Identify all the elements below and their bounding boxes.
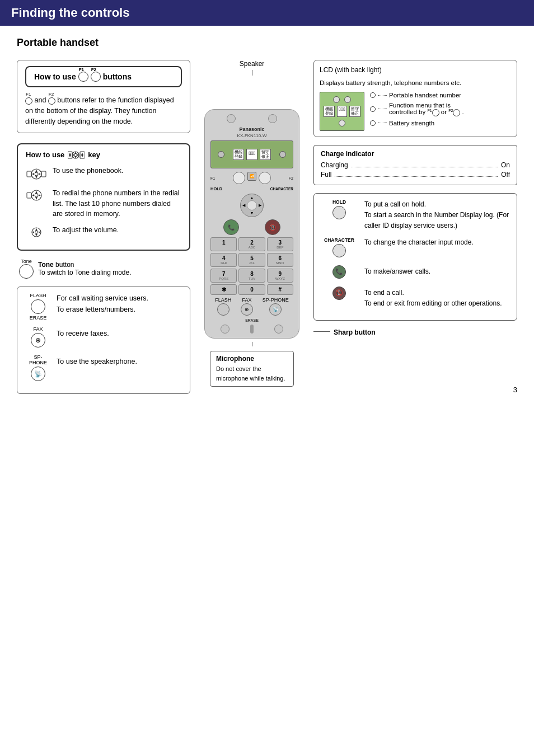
nav-key-title-icon (68, 149, 85, 161)
phone-hold-char-row: HOLD CHARACTER (210, 186, 293, 191)
answer-call-button[interactable]: 📞 (223, 219, 239, 235)
charge-indicator-box: Charge indicator Charging On Full Off (313, 145, 517, 185)
section-title: Portable handset (17, 37, 517, 49)
spphone-button-icon: 📡 (31, 367, 45, 381)
svg-marker-10 (81, 153, 83, 155)
hold-function-item: HOLD To put a call on hold. To start a s… (320, 199, 511, 232)
lcd-indicators: Portable handset number Function menu th… (370, 92, 511, 129)
left-column: How to use F1 F2 buttons F1 (17, 60, 190, 394)
erase-label: ERASE (210, 318, 293, 322)
lcd-ind-battery: Battery strength (370, 120, 511, 126)
speaker-dot-right (268, 114, 277, 123)
character-function-item: CHARACTER To change the character input … (320, 237, 511, 259)
fax-button-icon: ⊕ (31, 333, 45, 348)
svg-marker-15 (32, 173, 34, 175)
nav-center-dot (247, 200, 257, 210)
how-to-use-f-buttons-box: How to use F1 F2 buttons F1 (17, 60, 190, 133)
num-0-button[interactable]: 0 (238, 284, 265, 295)
wifi-icon: 📶 (247, 172, 256, 181)
key-item-phonebook: To use the phonebook. (26, 167, 181, 181)
flash-button-icon (31, 299, 45, 314)
svg-marker-31 (39, 231, 40, 233)
num-9-button[interactable]: 9WXYZ (267, 269, 293, 283)
phone-brand: Panasonic (210, 126, 293, 132)
lcd-ind-function-menu: Function menu that iscontrolled by F1 or… (370, 102, 511, 116)
phone-sp-btn[interactable]: 📡 (269, 303, 282, 316)
phone-top-speakers (210, 114, 293, 123)
svg-rect-19 (41, 171, 46, 177)
num-5-button[interactable]: 5JKL (238, 253, 265, 267)
lcd-soft-f2 (344, 96, 351, 103)
how-to-use-key-box: How to use (17, 143, 190, 251)
how-to-use-f-title: How to use F1 F2 buttons (25, 66, 182, 87)
mic-title: Microphone (216, 355, 288, 363)
f1-small-icon (25, 97, 32, 105)
lcd-title: LCD (with back light) (320, 66, 511, 74)
svg-marker-28 (35, 228, 38, 231)
phone-f2-btn[interactable] (259, 172, 271, 184)
svg-marker-25 (39, 194, 41, 196)
phone-nav-button[interactable]: ▲ ▼ ◀ ▶ (240, 194, 264, 217)
lcd-screen-preview: 機能登録 ▯▯▯ 留守修正 (320, 92, 364, 131)
phone-f-row: F1 📶 F2 (210, 172, 293, 184)
num-hash-button[interactable]: # (267, 284, 293, 295)
fax-item: FAX ⊕ To receive faxes. (25, 326, 182, 349)
svg-marker-30 (32, 231, 34, 233)
right-function-box: HOLD To put a call on hold. To start a s… (313, 193, 517, 321)
mic-description: Do not cover the microphone while talkin… (216, 364, 288, 383)
num-8-button[interactable]: 8TUV (238, 269, 265, 283)
charging-row: Charging On (321, 161, 510, 169)
svg-point-32 (35, 231, 38, 234)
end-call-button-icon: 📵 (332, 287, 346, 300)
num-3-button[interactable]: 3DEF (267, 237, 293, 251)
phone-bottom-speakers (210, 325, 293, 334)
lcd-f2-dot (279, 151, 286, 158)
svg-marker-24 (32, 194, 34, 196)
phone-lcd-screen: 機能 登録 ▯▯▯ 留守 修正 (210, 140, 293, 168)
sharp-button-label: Sharp button (334, 328, 376, 336)
speaker-label: Speaker (240, 60, 265, 68)
volume-key-icon (26, 226, 47, 238)
lcd-bottom-btn (339, 120, 345, 126)
key-item-volume: To adjust the volume. (26, 226, 181, 238)
redial-key-icon (26, 188, 47, 203)
right-column: LCD (with back light) Displays battery s… (313, 60, 517, 394)
num-1-button[interactable]: 1 (210, 237, 237, 251)
phone-fax-btn[interactable]: ⊕ (241, 303, 253, 316)
mic-label-box: Microphone Do not cover the microphone w… (210, 351, 294, 387)
phone-flash-btn[interactable] (217, 303, 229, 316)
speaker-dot-left (227, 114, 236, 123)
phone-call-row: 📞 📵 (210, 219, 293, 235)
end-call-function-item: 📵 To end a call. To end or exit from edi… (320, 285, 511, 309)
phonebook-key-icon (26, 167, 47, 181)
lcd-soft-f1 (333, 96, 340, 103)
microphone-slot (250, 325, 254, 334)
svg-marker-14 (35, 176, 38, 179)
nav-right-icon: ▶ (259, 203, 261, 208)
answer-call-function-item: 📞 To make/answer calls. (320, 264, 511, 280)
phone-f1-btn[interactable] (233, 172, 245, 184)
sharp-button-area: Sharp button (313, 326, 517, 336)
phone-model: KX-FKN110-W (210, 133, 293, 138)
svg-marker-22 (35, 191, 38, 194)
page-number: 3 (513, 386, 517, 394)
num-6-button[interactable]: 6MNO (267, 253, 293, 267)
spphone-item: SP-PHONE 📡 To use the speakerphone. (25, 354, 182, 382)
lcd-description: Displays battery strength, telephone num… (320, 78, 511, 87)
page-header: Finding the controls (0, 0, 534, 26)
num-2-button[interactable]: 2ABC (238, 237, 265, 251)
num-7-button[interactable]: 7PQRS (210, 269, 237, 283)
num-4-button[interactable]: 4GHI (210, 253, 237, 267)
phone-flash-fax-sp-row: FLASH FAX ⊕ SP-PHONE 📡 (210, 297, 293, 316)
svg-marker-16 (39, 173, 41, 175)
num-star-button[interactable]: ✱ (210, 284, 237, 295)
flash-fax-spphone-box: FLASH ERASE For call waiting service use… (17, 287, 190, 394)
hold-button-icon (332, 206, 346, 219)
full-row: Full Off (321, 171, 510, 179)
answer-call-button-icon: 📞 (332, 265, 346, 279)
f2-small-icon (48, 97, 55, 105)
svg-marker-13 (35, 170, 38, 172)
svg-marker-11 (81, 155, 83, 157)
tone-section: Tone Tone button To switch to Tone diali… (17, 259, 190, 279)
end-call-button[interactable]: 📵 (265, 219, 280, 235)
